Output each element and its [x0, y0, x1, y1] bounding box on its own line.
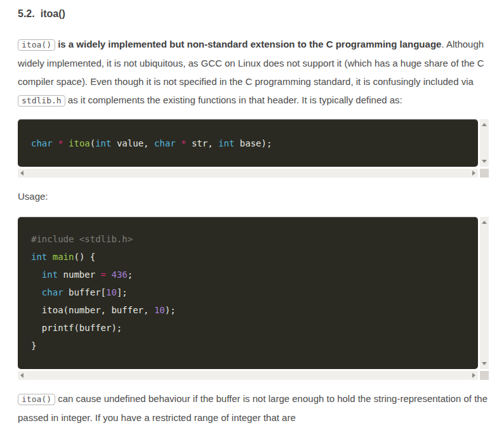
scroll-up-arrow-icon[interactable]	[482, 123, 487, 126]
section-number: 5.2.	[18, 8, 35, 19]
scroll-right-arrow-icon[interactable]	[472, 171, 475, 176]
intro-bold-text: is a widely implemented but non-standard…	[58, 39, 441, 49]
usage-label: Usage:	[18, 187, 489, 205]
inline-code-itoa: itoa()	[18, 39, 55, 51]
section-heading: 5.2.itoa()	[18, 8, 489, 20]
outro-paragraph: itoa() can cause undefined behaviour if …	[18, 389, 489, 427]
article-section: 5.2.itoa() itoa() is a widely implemente…	[0, 8, 504, 427]
section-title: itoa()	[41, 8, 65, 19]
intro-paragraph: itoa() is a widely implemented but non-s…	[18, 35, 489, 110]
scroll-left-arrow-icon[interactable]	[20, 171, 23, 176]
scroll-down-arrow-icon[interactable]	[482, 362, 487, 365]
vertical-scrollbar[interactable]	[480, 119, 489, 167]
horizontal-scrollbar[interactable]	[18, 371, 478, 380]
inline-code-stdlib: stdlib.h	[18, 95, 65, 107]
code-usage-content: #include <stdlib.h> int main() { int num…	[18, 217, 478, 369]
intro-text-end: as it complements the existing functions…	[65, 94, 402, 105]
horizontal-scrollbar[interactable]	[18, 169, 478, 178]
code-declaration-content: char * itoa(int value, char * str, int b…	[18, 119, 478, 167]
code-block-usage: #include <stdlib.h> int main() { int num…	[18, 217, 489, 380]
scrollbar-corner	[480, 371, 489, 380]
scrollbar-corner	[480, 169, 489, 178]
scroll-down-arrow-icon[interactable]	[482, 160, 487, 163]
code-block-declaration: char * itoa(int value, char * str, int b…	[18, 119, 489, 178]
scroll-left-arrow-icon[interactable]	[20, 373, 23, 378]
inline-code-itoa: itoa()	[18, 394, 55, 405]
vertical-scrollbar[interactable]	[480, 217, 489, 369]
scroll-up-arrow-icon[interactable]	[482, 221, 487, 224]
outro-text: can cause undefined behaviour if the buf…	[18, 393, 487, 423]
scroll-right-arrow-icon[interactable]	[472, 373, 475, 378]
